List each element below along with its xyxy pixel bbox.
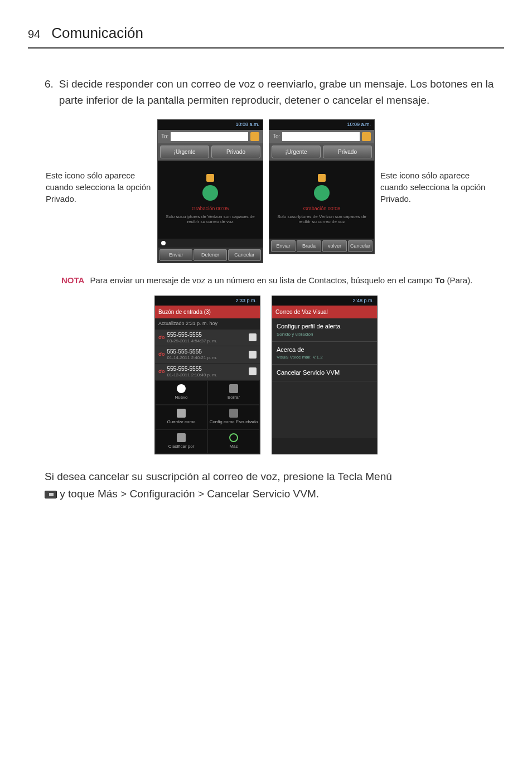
nuevo-button[interactable]: Nuevo [155, 380, 207, 405]
contact-icon[interactable] [250, 132, 259, 141]
step-text: Si decide responder con un correo de voz… [59, 76, 504, 108]
menu-item-alert-profile[interactable]: Configur perfil de alerta Sonido y vibra… [272, 318, 377, 342]
to-input[interactable] [282, 132, 360, 141]
to-input[interactable] [171, 132, 248, 141]
mas-label: Más [98, 488, 118, 500]
volver-button[interactable]: volver [322, 240, 347, 253]
urgency-buttons: ¡Urgente Privado [269, 143, 374, 161]
cancelar-vvm-label: Cancelar Servicio VVM [207, 488, 316, 500]
nota-text: Para enviar un mensaje de voz a un númer… [90, 274, 472, 287]
flag-icon[interactable] [249, 367, 257, 375]
flag-icon[interactable] [249, 333, 257, 341]
to-field-name: To [435, 275, 444, 285]
urgente-button[interactable]: ¡Urgente [272, 146, 321, 158]
detener-button[interactable]: Detener [194, 249, 226, 262]
inbox-date: 01-14-2011 2:40:21 p. m. [167, 355, 247, 361]
recording-note: Solo suscriptores de Verizon son capaces… [273, 214, 371, 225]
menu-key-icon [45, 491, 57, 498]
configuracion-label: Configuración [129, 488, 195, 500]
to-label: To: [161, 132, 168, 141]
lock-icon [318, 174, 326, 182]
recording-label: Grabación 00:08 [303, 205, 341, 213]
final-paragraph: Si desea cancelar su suscripción al corr… [45, 468, 504, 502]
voicemail-icon: ơo [158, 334, 165, 342]
page-header: 94 Comunicación [28, 22, 504, 49]
annotation-left: Este icono sólo aparece cuando seleccion… [46, 170, 152, 205]
inbox-updated: Actualizado 2:31 p. m. hoy [155, 318, 260, 330]
recording-screenshots-row: Este icono sólo aparece cuando seleccion… [28, 119, 504, 263]
microphone-icon[interactable] [314, 185, 330, 201]
inbox-date: 03-29-2011 4:54:37 p. m. [167, 338, 247, 344]
to-field-row: To: [158, 130, 263, 143]
phone-screenshot-recording-b: 10:09 a.m. To: ¡Urgente Privado Grabació… [269, 119, 375, 254]
menu-grid: Nuevo Borrar Guardar como Config como Es… [155, 380, 260, 454]
privado-button[interactable]: Privado [323, 146, 372, 158]
menu-panel: Configur perfil de alerta Sonido y vibra… [272, 318, 377, 438]
recording-label: Grabación 00:05 [192, 205, 229, 213]
voicemail-icon: ơo [158, 351, 165, 359]
page-number: 94 [28, 26, 40, 42]
lock-icon [206, 174, 214, 182]
config-button[interactable]: Config como Escuchado [207, 405, 260, 429]
inbox-number: 555-555-5555 [167, 332, 247, 338]
status-bar: 10:09 a.m. [269, 120, 374, 130]
inbox-number: 555-555-5555 [167, 366, 247, 372]
tecla-menu-label: Tecla Menú [338, 471, 392, 482]
urgente-button[interactable]: ¡Urgente [160, 146, 209, 158]
urgency-buttons: ¡Urgente Privado [158, 143, 263, 161]
inbox-header: Buzón de entrada (3) [155, 306, 260, 318]
clasificar-button[interactable]: Clasificar por [155, 429, 207, 454]
nota-row: NOTA Para enviar un mensaje de voz a un … [61, 274, 504, 287]
recording-note: Solo suscriptores de Verizon son capaces… [161, 214, 259, 225]
recording-area: Grabación 00:05 Solo suscriptores de Ver… [158, 161, 263, 239]
brada-button[interactable]: Brada [297, 240, 321, 253]
annotation-right: Este icono sólo aparece cuando seleccion… [380, 170, 486, 205]
cancelar-button[interactable]: Cancelar [348, 240, 373, 253]
inbox-item[interactable]: ơo 555-555-5555 01-14-2011 2:40:21 p. m. [155, 346, 260, 364]
inbox-date: 01-12-2011 2:10:49 p. m. [167, 372, 247, 378]
section-title: Comunicación [51, 22, 143, 44]
menu-item-about[interactable]: Acerca de Visual Voice mail: V.1.2 [272, 342, 377, 365]
status-bar: 2:33 p.m. [155, 296, 260, 306]
bottom-buttons: Enviar Detener Cancelar [158, 248, 263, 263]
progress-slider[interactable] [158, 239, 263, 248]
inbox-number: 555-555-5555 [167, 348, 247, 355]
inbox-item[interactable]: ơo 555-555-5555 03-29-2011 4:54:37 p. m. [155, 330, 260, 347]
inbox-screenshots-row: 2:33 p.m. Buzón de entrada (3) Actualiza… [28, 296, 504, 455]
borrar-button[interactable]: Borrar [207, 380, 260, 405]
cancelar-button[interactable]: Cancelar [228, 249, 261, 262]
inbox-item[interactable]: ơo 555-555-5555 01-12-2011 2:10:49 p. m. [155, 364, 260, 381]
status-bar: 10:08 a.m. [158, 120, 263, 130]
step-6: 6. Si decide responder con un correo de … [45, 76, 504, 108]
microphone-icon[interactable] [202, 185, 218, 201]
to-field-row: To: [269, 130, 374, 143]
status-bar: 2:48 p.m. [272, 296, 377, 306]
flag-icon[interactable] [249, 351, 257, 359]
step-number: 6. [45, 76, 54, 108]
privado-button[interactable]: Privado [211, 146, 260, 158]
bottom-buttons: Enviar Brada volver Cancelar [269, 239, 374, 254]
guardar-button[interactable]: Guardar como [155, 405, 207, 429]
recording-area: Grabación 00:08 Solo suscriptores de Ver… [269, 161, 374, 239]
enviar-button[interactable]: Enviar [271, 240, 296, 253]
phone-screenshot-inbox: 2:33 p.m. Buzón de entrada (3) Actualiza… [154, 296, 260, 455]
contact-icon[interactable] [362, 132, 371, 141]
nota-label: NOTA [61, 274, 84, 287]
voicemail-icon: ơo [158, 368, 165, 376]
menu-item-cancel-vvm[interactable]: Cancelar Servicio VVM [272, 365, 377, 381]
phone-screenshot-recording-a: 10:08 a.m. To: ¡Urgente Privado Grabació… [157, 119, 263, 263]
enviar-button[interactable]: Enviar [159, 249, 192, 262]
mas-button[interactable]: Más [207, 429, 260, 454]
to-label: To: [273, 132, 280, 141]
menu-header: Correo de Voz Visual [272, 306, 377, 318]
phone-screenshot-menu: 2:48 p.m. Correo de Voz Visual Configur … [272, 296, 378, 455]
